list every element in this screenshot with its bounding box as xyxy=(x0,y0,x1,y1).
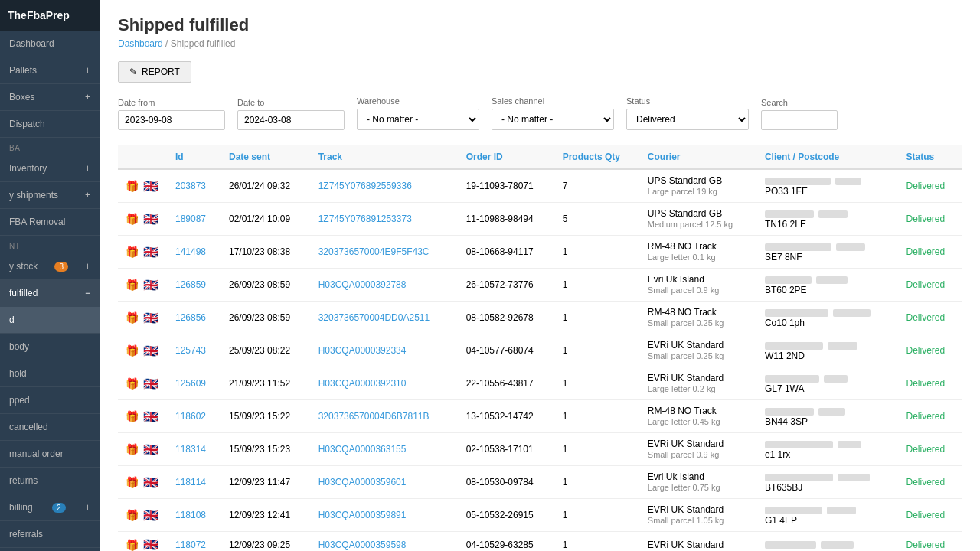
track-link[interactable]: H03CQA0000359891 xyxy=(318,510,407,520)
track-link[interactable]: H03CQA0000359598 xyxy=(318,540,407,550)
redacted-name xyxy=(765,375,819,383)
col-track[interactable]: Track xyxy=(311,145,459,169)
sidebar-item-body[interactable]: body xyxy=(0,334,100,360)
col-id[interactable]: Id xyxy=(168,145,221,169)
main-content: Shipped fulfilled Dashboard / Shipped fu… xyxy=(100,0,980,551)
row-courier: RM-48 NO Track Small parcel 0.25 kg xyxy=(640,302,757,334)
plus-icon: + xyxy=(85,163,90,174)
status-select[interactable]: Delivered xyxy=(626,109,749,130)
row-status: Delivered xyxy=(899,269,962,302)
row-order-id: 08-10530-09784 xyxy=(459,466,555,499)
postcode: W11 2ND xyxy=(765,350,805,361)
row-track: 3203736570004D6B7811B xyxy=(311,400,459,433)
sidebar-item-returns[interactable]: returns xyxy=(0,468,100,494)
track-link[interactable]: 3203736570004E9F5F43C xyxy=(318,246,430,257)
gift-icon: 🎁 xyxy=(126,279,139,291)
breadcrumb-home[interactable]: Dashboard xyxy=(118,38,163,49)
postcode: BT635BJ xyxy=(765,482,802,493)
row-qty: 1 xyxy=(555,499,640,532)
courier-sub: Large letter 0.1 kg xyxy=(648,253,716,262)
sidebar-item-dashboard[interactable]: Dashboard xyxy=(0,31,100,57)
courier-sub: Small parcel 0.25 kg xyxy=(648,318,724,328)
row-icons: 🎁 🇬🇧 xyxy=(118,499,168,532)
sidebar-item-label: Pallets xyxy=(9,65,37,76)
sidebar-item-boxes[interactable]: Boxes + xyxy=(0,84,100,111)
col-status[interactable]: Status xyxy=(899,145,962,169)
plus-icon: + xyxy=(85,502,90,513)
sidebar-item-dispatch[interactable]: Dispatch xyxy=(0,111,100,138)
track-link[interactable]: H03CQA0000392334 xyxy=(318,345,407,356)
status-filter: Status Delivered xyxy=(626,96,749,130)
track-link[interactable]: H03CQA0000363155 xyxy=(318,444,407,455)
report-button[interactable]: ✎ REPORT xyxy=(118,61,191,83)
row-track: H03CQA0000359891 xyxy=(311,499,459,532)
row-track: 3203736570004E9F5F43C xyxy=(311,236,459,269)
sidebar-item-y-stock[interactable]: y stock 3 + xyxy=(0,253,100,280)
sidebar: TheFbaPrep Dashboard Pallets + Boxes + D… xyxy=(0,0,100,551)
sidebar-item-referrals[interactable]: referrals xyxy=(0,521,100,548)
row-qty: 1 xyxy=(555,466,640,499)
postcode: BN44 3SP xyxy=(765,416,808,427)
sales-channel-label: Sales channel xyxy=(492,96,614,106)
redacted-name xyxy=(765,309,828,317)
warehouse-filter: Warehouse - No matter - xyxy=(357,96,479,130)
row-icons: 🎁 🇬🇧 xyxy=(118,433,168,466)
flag-icon: 🇬🇧 xyxy=(143,442,158,457)
table-row: 🎁 🇬🇧 118114 12/09/23 11:47 H03CQA0000359… xyxy=(118,466,962,499)
gift-icon: 🎁 xyxy=(126,410,139,422)
redacted-name xyxy=(765,342,823,350)
flag-icon: 🇬🇧 xyxy=(143,212,158,227)
sidebar-item-label: y shipments xyxy=(9,190,58,201)
track-link[interactable]: H03CQA0000392788 xyxy=(318,279,407,290)
redacted-name2 xyxy=(824,375,848,383)
sidebar-item-pallets[interactable]: Pallets + xyxy=(0,57,100,84)
sidebar-item-pped[interactable]: pped xyxy=(0,387,100,414)
row-qty: 1 xyxy=(555,334,640,367)
plus-icon: + xyxy=(85,261,90,272)
row-order-id: 02-10538-17101 xyxy=(459,433,555,466)
row-date-sent: 12/09/23 11:47 xyxy=(221,466,311,499)
row-order-id: 13-10532-14742 xyxy=(459,400,555,433)
redacted-name2 xyxy=(818,210,848,218)
track-link[interactable]: 3203736570004DD0A2511 xyxy=(318,312,430,323)
sidebar-item-billing[interactable]: billing 2 + xyxy=(0,494,100,521)
col-qty[interactable]: Products Qty xyxy=(555,145,640,169)
row-order-id: 22-10556-43817 xyxy=(459,367,555,400)
plus-icon: + xyxy=(85,92,90,103)
row-id: 189087 xyxy=(168,203,221,236)
row-client: BT60 2PE xyxy=(757,269,899,302)
sidebar-item-manual-order[interactable]: manual order xyxy=(0,441,100,468)
col-client[interactable]: Client / Postcode xyxy=(757,145,899,169)
col-order-id[interactable]: Order ID xyxy=(459,145,555,169)
row-track: H03CQA0000359598 xyxy=(311,532,459,552)
track-link[interactable]: H03CQA0000359601 xyxy=(318,477,407,487)
postcode: TN16 2LE xyxy=(765,219,806,230)
sidebar-item-d[interactable]: d xyxy=(0,307,100,334)
sales-channel-select[interactable]: - No matter - xyxy=(492,109,614,130)
sidebar-item-cancelled[interactable]: cancelled xyxy=(0,414,100,441)
flag-icon: 🇬🇧 xyxy=(143,409,158,424)
collapse-icon: − xyxy=(85,288,90,298)
row-icons: 🎁 🇬🇧 xyxy=(118,269,168,302)
row-status: Delivered xyxy=(899,334,962,367)
sidebar-item-fba-removal[interactable]: FBA Removal xyxy=(0,209,100,236)
sidebar-item-fulfilled[interactable]: fulfilled − xyxy=(0,280,100,307)
date-from-input[interactable] xyxy=(118,110,225,130)
sidebar-item-hold[interactable]: hold xyxy=(0,360,100,387)
search-input[interactable] xyxy=(761,110,838,130)
date-to-input[interactable] xyxy=(237,110,345,130)
gift-icon: 🎁 xyxy=(126,509,139,521)
redacted-name xyxy=(765,541,816,549)
row-qty: 1 xyxy=(555,400,640,433)
col-courier[interactable]: Courier xyxy=(640,145,757,169)
warehouse-select[interactable]: - No matter - xyxy=(357,109,479,130)
sidebar-item-inventory[interactable]: Inventory + xyxy=(0,155,100,182)
track-link[interactable]: 1Z745Y076892559336 xyxy=(318,181,412,191)
track-link[interactable]: H03CQA0000392310 xyxy=(318,378,407,389)
row-qty: 1 xyxy=(555,269,640,302)
col-date-sent[interactable]: Date sent xyxy=(221,145,311,169)
sidebar-item-y-shipments[interactable]: y shipments + xyxy=(0,182,100,209)
row-id: 125609 xyxy=(168,367,221,400)
track-link[interactable]: 1Z745Y076891253373 xyxy=(318,214,412,224)
track-link[interactable]: 3203736570004D6B7811B xyxy=(318,411,430,422)
